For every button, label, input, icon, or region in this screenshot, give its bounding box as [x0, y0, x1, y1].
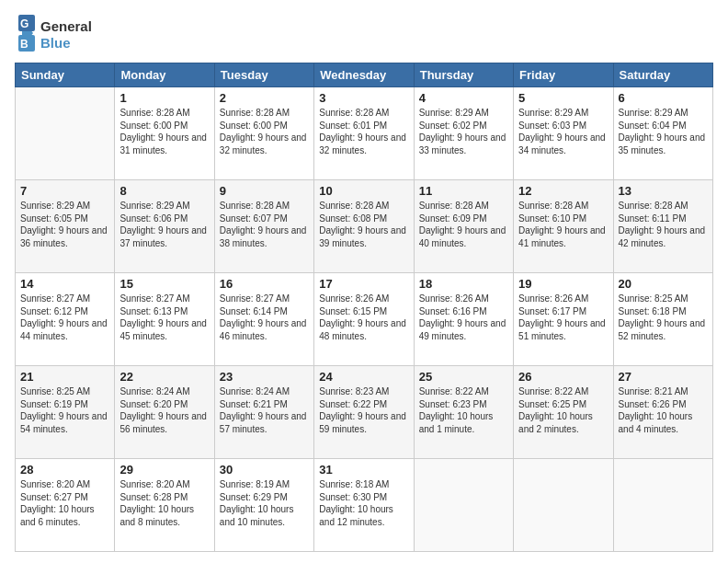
day-number: 24: [319, 370, 408, 384]
day-number: 1: [119, 91, 209, 105]
day-number: 20: [619, 277, 708, 291]
day-info: Sunrise: 8:28 AMSunset: 6:08 PMDaylight:…: [319, 200, 408, 249]
day-info: Sunrise: 8:27 AMSunset: 6:13 PMDaylight:…: [119, 293, 209, 342]
day-info: Sunrise: 8:22 AMSunset: 6:23 PMDaylight:…: [419, 385, 508, 435]
calendar-cell: 25Sunrise: 8:22 AMSunset: 6:23 PMDayligh…: [414, 366, 513, 459]
day-number: 25: [419, 370, 508, 384]
day-number: 15: [119, 277, 209, 291]
day-info: Sunrise: 8:29 AMSunset: 6:05 PMDaylight:…: [20, 200, 109, 249]
calendar-cell: 3Sunrise: 8:28 AMSunset: 6:01 PMDaylight…: [314, 87, 414, 180]
calendar-cell: 5Sunrise: 8:29 AMSunset: 6:03 PMDaylight…: [514, 87, 613, 180]
svg-text:Blue: Blue: [40, 35, 71, 51]
day-info: Sunrise: 8:26 AMSunset: 6:16 PMDaylight:…: [419, 293, 508, 342]
calendar-cell: 28Sunrise: 8:20 AMSunset: 6:27 PMDayligh…: [16, 459, 115, 552]
day-number: 6: [619, 91, 708, 105]
page: General Blue G B SundayMondayTuesdayWedn…: [0, 0, 728, 563]
day-info: Sunrise: 8:29 AMSunset: 6:04 PMDaylight:…: [619, 107, 708, 156]
calendar-cell: 21Sunrise: 8:25 AMSunset: 6:19 PMDayligh…: [16, 366, 115, 459]
calendar-cell: 31Sunrise: 8:18 AMSunset: 6:30 PMDayligh…: [314, 459, 414, 552]
day-info: Sunrise: 8:22 AMSunset: 6:25 PMDaylight:…: [518, 385, 608, 435]
weekday-header: Thursday: [414, 63, 513, 87]
weekday-header: Saturday: [613, 63, 712, 87]
calendar-cell: 7Sunrise: 8:29 AMSunset: 6:05 PMDaylight…: [16, 180, 115, 273]
calendar-cell: 24Sunrise: 8:23 AMSunset: 6:22 PMDayligh…: [314, 366, 414, 459]
day-number: 21: [20, 370, 109, 384]
day-number: 14: [20, 277, 109, 291]
calendar-week-row: 7Sunrise: 8:29 AMSunset: 6:05 PMDaylight…: [16, 180, 713, 273]
calendar-cell: 14Sunrise: 8:27 AMSunset: 6:12 PMDayligh…: [16, 273, 115, 366]
weekday-header-row: SundayMondayTuesdayWednesdayThursdayFrid…: [16, 63, 713, 87]
day-number: 7: [20, 184, 109, 198]
day-number: 19: [518, 277, 608, 291]
calendar-cell: 27Sunrise: 8:21 AMSunset: 6:26 PMDayligh…: [613, 366, 712, 459]
svg-text:G: G: [20, 17, 28, 30]
calendar-week-row: 14Sunrise: 8:27 AMSunset: 6:12 PMDayligh…: [16, 273, 713, 366]
day-number: 2: [220, 91, 309, 105]
weekday-header: Wednesday: [314, 63, 414, 87]
day-number: 28: [20, 463, 109, 477]
day-info: Sunrise: 8:18 AMSunset: 6:30 PMDaylight:…: [319, 478, 408, 528]
calendar-cell: 17Sunrise: 8:26 AMSunset: 6:15 PMDayligh…: [314, 273, 414, 366]
day-info: Sunrise: 8:27 AMSunset: 6:12 PMDaylight:…: [20, 293, 109, 342]
svg-text:B: B: [20, 38, 28, 51]
day-info: Sunrise: 8:28 AMSunset: 6:01 PMDaylight:…: [319, 107, 408, 156]
day-number: 23: [220, 370, 309, 384]
day-number: 31: [319, 463, 408, 477]
day-info: Sunrise: 8:21 AMSunset: 6:26 PMDaylight:…: [619, 385, 708, 435]
calendar-cell: 13Sunrise: 8:28 AMSunset: 6:11 PMDayligh…: [613, 180, 712, 273]
day-number: 30: [220, 463, 309, 477]
day-number: 29: [119, 463, 209, 477]
calendar-table: SundayMondayTuesdayWednesdayThursdayFrid…: [15, 63, 713, 552]
day-number: 11: [419, 184, 508, 198]
calendar-cell: [613, 459, 712, 552]
day-number: 26: [518, 370, 608, 384]
calendar-cell: 11Sunrise: 8:28 AMSunset: 6:09 PMDayligh…: [414, 180, 513, 273]
day-info: Sunrise: 8:25 AMSunset: 6:18 PMDaylight:…: [619, 293, 708, 342]
calendar-cell: 12Sunrise: 8:28 AMSunset: 6:10 PMDayligh…: [514, 180, 613, 273]
day-number: 27: [619, 370, 708, 384]
calendar-cell: 4Sunrise: 8:29 AMSunset: 6:02 PMDaylight…: [414, 87, 513, 180]
day-info: Sunrise: 8:28 AMSunset: 6:10 PMDaylight:…: [518, 200, 608, 249]
day-number: 10: [319, 184, 408, 198]
calendar-cell: 26Sunrise: 8:22 AMSunset: 6:25 PMDayligh…: [514, 366, 613, 459]
calendar-cell: 1Sunrise: 8:28 AMSunset: 6:00 PMDaylight…: [115, 87, 214, 180]
day-info: Sunrise: 8:25 AMSunset: 6:19 PMDaylight:…: [20, 385, 109, 435]
calendar-cell: 18Sunrise: 8:26 AMSunset: 6:16 PMDayligh…: [414, 273, 513, 366]
day-info: Sunrise: 8:19 AMSunset: 6:29 PMDaylight:…: [220, 478, 309, 528]
day-info: Sunrise: 8:26 AMSunset: 6:15 PMDaylight:…: [319, 293, 408, 342]
day-number: 12: [518, 184, 608, 198]
calendar-cell: 9Sunrise: 8:28 AMSunset: 6:07 PMDaylight…: [214, 180, 313, 273]
calendar-cell: 30Sunrise: 8:19 AMSunset: 6:29 PMDayligh…: [214, 459, 313, 552]
day-info: Sunrise: 8:29 AMSunset: 6:03 PMDaylight:…: [518, 107, 608, 156]
day-number: 9: [220, 184, 309, 198]
day-info: Sunrise: 8:28 AMSunset: 6:11 PMDaylight:…: [619, 200, 708, 249]
day-info: Sunrise: 8:28 AMSunset: 6:00 PMDaylight:…: [220, 107, 309, 156]
calendar-cell: 23Sunrise: 8:24 AMSunset: 6:21 PMDayligh…: [214, 366, 313, 459]
day-info: Sunrise: 8:28 AMSunset: 6:00 PMDaylight:…: [119, 107, 209, 156]
day-number: 3: [319, 91, 408, 105]
day-number: 17: [319, 277, 408, 291]
weekday-header: Monday: [115, 63, 214, 87]
weekday-header: Tuesday: [214, 63, 313, 87]
day-info: Sunrise: 8:28 AMSunset: 6:09 PMDaylight:…: [419, 200, 508, 249]
calendar-cell: 16Sunrise: 8:27 AMSunset: 6:14 PMDayligh…: [214, 273, 313, 366]
calendar-cell: 6Sunrise: 8:29 AMSunset: 6:04 PMDaylight…: [613, 87, 712, 180]
header: General Blue G B: [15, 11, 713, 55]
day-info: Sunrise: 8:23 AMSunset: 6:22 PMDaylight:…: [319, 385, 408, 435]
day-info: Sunrise: 8:27 AMSunset: 6:14 PMDaylight:…: [220, 293, 309, 342]
day-info: Sunrise: 8:20 AMSunset: 6:28 PMDaylight:…: [119, 478, 209, 528]
calendar-cell: 10Sunrise: 8:28 AMSunset: 6:08 PMDayligh…: [314, 180, 414, 273]
day-number: 4: [419, 91, 508, 105]
weekday-header: Sunday: [16, 63, 115, 87]
svg-text:General: General: [40, 18, 92, 34]
day-info: Sunrise: 8:28 AMSunset: 6:07 PMDaylight:…: [220, 200, 309, 249]
day-info: Sunrise: 8:24 AMSunset: 6:21 PMDaylight:…: [220, 385, 309, 435]
logo: General Blue G B: [15, 11, 97, 55]
calendar-week-row: 21Sunrise: 8:25 AMSunset: 6:19 PMDayligh…: [16, 366, 713, 459]
logo-svg: General Blue G B: [15, 11, 97, 55]
day-info: Sunrise: 8:29 AMSunset: 6:06 PMDaylight:…: [119, 200, 209, 249]
calendar-cell: 29Sunrise: 8:20 AMSunset: 6:28 PMDayligh…: [115, 459, 214, 552]
calendar-cell: 8Sunrise: 8:29 AMSunset: 6:06 PMDaylight…: [115, 180, 214, 273]
day-info: Sunrise: 8:29 AMSunset: 6:02 PMDaylight:…: [419, 107, 508, 156]
day-number: 22: [119, 370, 209, 384]
